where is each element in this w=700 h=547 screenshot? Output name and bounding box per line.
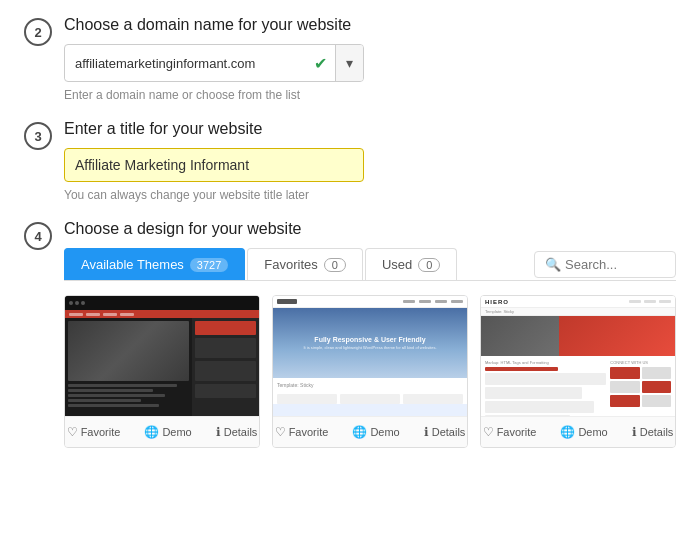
website-title-input[interactable]	[64, 148, 364, 182]
details-label: Details	[640, 426, 674, 438]
step2-content: Choose a domain name for your website ✔ …	[64, 16, 676, 102]
step4-number: 4	[24, 222, 52, 250]
step4-title: Choose a design for your website	[64, 220, 676, 238]
favorite-label: Favorite	[81, 426, 121, 438]
step2-row: 2 Choose a domain name for your website …	[24, 16, 676, 102]
step3-content: Enter a title for your website You can a…	[64, 120, 676, 202]
domain-input[interactable]	[65, 48, 306, 79]
tabs-row: Available Themes 3727 Favorites 0 Used 0…	[64, 248, 676, 281]
info-icon: ℹ	[216, 425, 221, 439]
domain-check-icon: ✔	[306, 54, 335, 73]
info-icon: ℹ	[424, 425, 429, 439]
step3-row: 3 Enter a title for your website You can…	[24, 120, 676, 202]
step3-number: 3	[24, 122, 52, 150]
tab-favorites[interactable]: Favorites 0	[247, 248, 363, 280]
theme-card-ascent[interactable]: Fully Responsive & User Friendly It is s…	[272, 295, 468, 448]
demo-label: Demo	[370, 426, 399, 438]
domain-dropdown[interactable]: ▾	[335, 45, 363, 81]
theme2-actions: ♡ Favorite 🌐 Demo ℹ Details	[273, 416, 467, 447]
theme-card-hiero[interactable]: HIERO Template: Sticky	[480, 295, 676, 448]
search-tab: 🔍	[534, 251, 676, 278]
theme2-demo-btn[interactable]: 🌐 Demo	[352, 425, 399, 439]
page-container: 2 Choose a domain name for your website …	[0, 0, 700, 482]
demo-label: Demo	[162, 426, 191, 438]
step2-title: Choose a domain name for your website	[64, 16, 676, 34]
theme3-preview: HIERO Template: Sticky	[481, 296, 675, 416]
tab-used-label: Used	[382, 257, 412, 272]
favorite-label: Favorite	[289, 426, 329, 438]
search-input[interactable]	[565, 257, 665, 272]
theme2-details-btn[interactable]: ℹ Details	[424, 425, 466, 439]
heart-icon: ♡	[67, 425, 78, 439]
demo-label: Demo	[578, 426, 607, 438]
domain-input-row: ✔ ▾	[64, 44, 364, 82]
favorites-badge: 0	[324, 258, 346, 272]
globe-icon: 🌐	[144, 425, 159, 439]
available-themes-badge: 3727	[190, 258, 228, 272]
globe-icon: 🌐	[560, 425, 575, 439]
details-label: Details	[432, 426, 466, 438]
theme3-demo-btn[interactable]: 🌐 Demo	[560, 425, 607, 439]
used-badge: 0	[418, 258, 440, 272]
step2-hint: Enter a domain name or choose from the l…	[64, 88, 676, 102]
step4-row: 4 Choose a design for your website Avail…	[24, 220, 676, 448]
theme1-actions: ♡ Favorite 🌐 Demo ℹ Details	[65, 416, 259, 447]
tab-available-themes[interactable]: Available Themes 3727	[64, 248, 245, 280]
tab-used[interactable]: Used 0	[365, 248, 457, 280]
theme3-favorite-btn[interactable]: ♡ Favorite	[483, 425, 537, 439]
step2-number: 2	[24, 18, 52, 46]
info-icon: ℹ	[632, 425, 637, 439]
heart-icon: ♡	[483, 425, 494, 439]
tab-available-themes-label: Available Themes	[81, 257, 184, 272]
theme1-preview	[65, 296, 259, 416]
details-label: Details	[224, 426, 258, 438]
step4-content: Choose a design for your website Availab…	[64, 220, 676, 448]
globe-icon: 🌐	[352, 425, 367, 439]
theme1-favorite-btn[interactable]: ♡ Favorite	[67, 425, 121, 439]
search-icon: 🔍	[545, 257, 561, 272]
chevron-down-icon: ▾	[346, 55, 353, 71]
theme2-favorite-btn[interactable]: ♡ Favorite	[275, 425, 329, 439]
theme-card-nu-weekly[interactable]: ♡ Favorite 🌐 Demo ℹ Details	[64, 295, 260, 448]
theme1-demo-btn[interactable]: 🌐 Demo	[144, 425, 191, 439]
step3-title: Enter a title for your website	[64, 120, 676, 138]
tab-favorites-label: Favorites	[264, 257, 317, 272]
step3-hint: You can always change your website title…	[64, 188, 676, 202]
theme3-details-btn[interactable]: ℹ Details	[632, 425, 674, 439]
theme1-details-btn[interactable]: ℹ Details	[216, 425, 258, 439]
theme2-preview: Fully Responsive & User Friendly It is s…	[273, 296, 467, 416]
themes-grid: ♡ Favorite 🌐 Demo ℹ Details	[64, 295, 676, 448]
favorite-label: Favorite	[497, 426, 537, 438]
heart-icon: ♡	[275, 425, 286, 439]
theme3-actions: ♡ Favorite 🌐 Demo ℹ Details	[481, 416, 675, 447]
